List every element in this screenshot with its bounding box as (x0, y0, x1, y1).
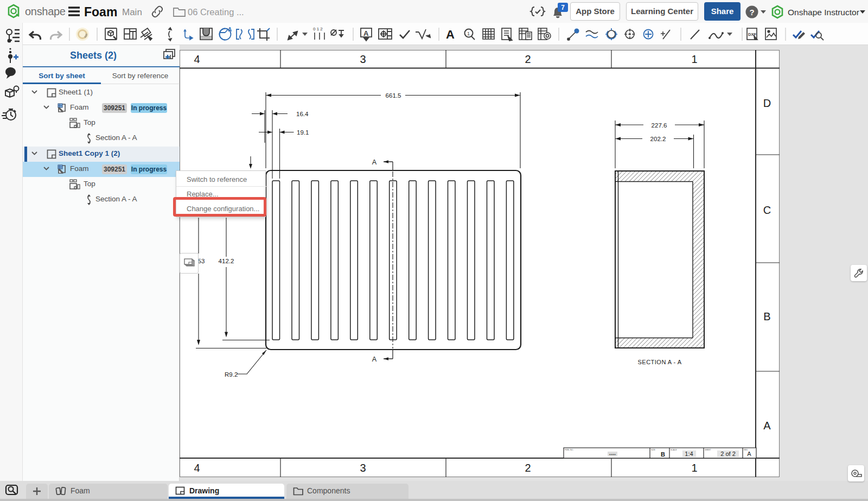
svg-text:2: 2 (525, 462, 531, 474)
svg-text:Onshape Instructor: Onshape Instructor (788, 8, 859, 17)
svg-text:4: 4 (194, 462, 200, 474)
svg-text:19.1: 19.1 (297, 129, 309, 136)
svg-text:A: A (228, 27, 232, 33)
svg-text:A: A (372, 356, 377, 363)
svg-text:?: ? (749, 8, 754, 17)
svg-text:0 1 2: 0 1 2 (313, 27, 323, 31)
svg-text:1: 1 (467, 31, 470, 36)
svg-text:1:4: 1:4 (685, 451, 693, 457)
svg-text:2: 2 (525, 53, 531, 65)
svg-text:D: D (763, 97, 771, 109)
svg-text:SHEET: SHEET (705, 449, 712, 451)
svg-text:Main: Main (122, 7, 142, 17)
svg-text:SECTION A - A: SECTION A - A (637, 359, 681, 365)
svg-text:R9.2: R9.2 (225, 371, 238, 378)
svg-text:B: B (661, 451, 665, 458)
svg-text:1: 1 (691, 53, 697, 65)
svg-text:A: A (747, 451, 751, 457)
svg-text:2 of 2: 2 of 2 (720, 451, 736, 457)
svg-text:onshape: onshape (25, 5, 66, 17)
svg-text:A: A (763, 420, 771, 432)
svg-text:3: 3 (360, 53, 366, 65)
svg-text:A: A (446, 28, 455, 41)
svg-text:202.2: 202.2 (650, 136, 666, 142)
svg-text:661.5: 661.5 (386, 92, 401, 99)
svg-text:SIZE: SIZE (651, 449, 655, 451)
svg-text:1: 1 (691, 462, 697, 474)
svg-text:227.6: 227.6 (652, 122, 667, 129)
svg-text:06 Creating ...: 06 Creating ... (188, 7, 244, 17)
svg-text:A: A (372, 158, 377, 166)
svg-text:4: 4 (194, 53, 200, 65)
svg-text:A: A (363, 29, 369, 37)
svg-text:7: 7 (561, 4, 565, 11)
svg-text:412.2: 412.2 (219, 258, 234, 264)
svg-text:B: B (763, 310, 770, 322)
svg-text:SCALE: SCALE (671, 449, 677, 451)
svg-text:C: C (763, 204, 771, 216)
svg-text:16.4: 16.4 (296, 111, 309, 117)
svg-text:FWN. NO.: FWN. NO. (565, 449, 573, 451)
svg-text:Foam: Foam (84, 5, 117, 19)
svg-text:DXF: DXF (748, 32, 756, 37)
svg-text:****: **** (609, 453, 616, 458)
svg-text:3: 3 (360, 462, 366, 474)
